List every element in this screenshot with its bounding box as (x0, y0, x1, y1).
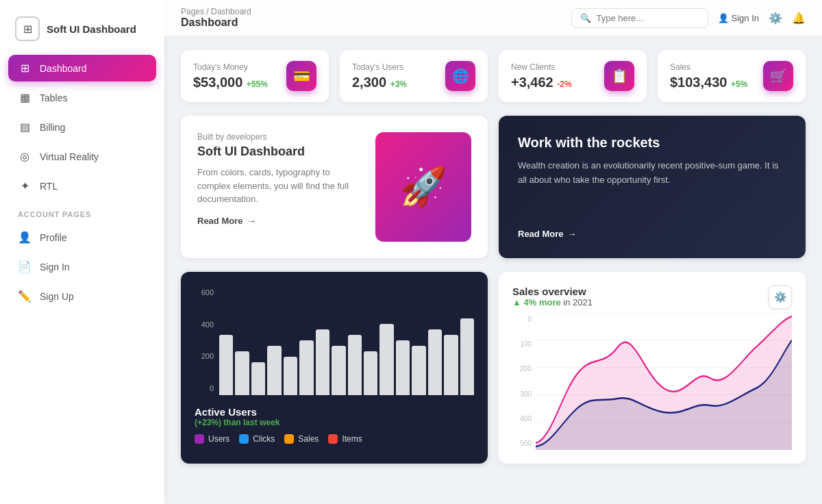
sidebar-item-rtl[interactable]: ✦ RTL (8, 173, 156, 199)
sidebar-item-label: Sign In (40, 262, 70, 273)
sign-in-button[interactable]: 👤 Sign In (718, 13, 759, 23)
promo-text: Built by developers Soft UI Dashboard Fr… (197, 132, 364, 226)
line-chart-svg-container (536, 313, 792, 450)
sign-up-icon: ✏️ (18, 290, 32, 303)
bar-chart-bars (219, 286, 474, 395)
stat-info-sales: Sales $103,430 +5% (670, 62, 747, 90)
bar-10 (379, 324, 393, 395)
stat-value: $103,430 +5% (670, 75, 747, 90)
sidebar-item-billing[interactable]: ▤ Billing (8, 114, 156, 140)
billing-icon: ▤ (18, 121, 32, 134)
notifications-icon[interactable]: 🔔 (792, 12, 806, 25)
rocket-read-more[interactable]: Read More → (518, 229, 786, 239)
legend-label: Sales (298, 434, 319, 444)
content-area: Today's Money $53,000 +55% 💳 Today's Use… (164, 36, 822, 504)
stat-change: -2% (557, 79, 571, 89)
app-name: Soft UI Dashboard (47, 23, 136, 35)
sidebar-item-sign-in[interactable]: 📄 Sign In (8, 253, 156, 280)
stat-info-users: Today's Users 2,300 +3% (352, 62, 407, 90)
arrow-icon: → (567, 229, 576, 239)
bar-4 (284, 357, 297, 395)
y-label-400: 400 (195, 320, 214, 329)
bar-1 (235, 351, 249, 395)
promo-title: Soft UI Dashboard (197, 144, 364, 159)
sidebar-item-label: Virtual Reality (40, 151, 99, 162)
search-box[interactable]: 🔍 (571, 8, 708, 28)
chart-title: Active Users (195, 406, 474, 418)
sidebar-item-virtual-reality[interactable]: ◎ Virtual Reality (8, 143, 156, 170)
sidebar-item-dashboard[interactable]: ⊞ Dashboard (8, 55, 156, 81)
stat-value: 2,300 +3% (352, 75, 407, 90)
tables-icon: ▦ (18, 91, 32, 104)
page-title: Dashboard (181, 16, 251, 29)
stat-card-money: Today's Money $53,000 +55% 💳 (181, 50, 329, 102)
sales-y-labels: 500 400 300 200 100 0 (512, 313, 532, 450)
sidebar-item-label: Billing (40, 122, 65, 133)
bar-5 (299, 340, 313, 395)
y-label-200: 200 (195, 352, 214, 360)
stat-card-sales: Sales $103,430 +5% 🛒 (658, 50, 806, 102)
sales-settings-button[interactable]: ⚙️ (769, 286, 792, 309)
promo-desc: From colors, cards, typography to comple… (197, 166, 364, 206)
bar-2 (251, 362, 265, 395)
legend-users: Users (195, 434, 229, 444)
sidebar-logo: ⊞ Soft UI Dashboard (8, 11, 156, 52)
stat-label: Sales (670, 62, 747, 72)
chart-subtitle: (+23%) than last week (195, 418, 474, 427)
bar-13 (428, 329, 442, 395)
sidebar-item-label: RTL (40, 181, 58, 192)
vr-icon: ◎ (18, 150, 32, 163)
bar-7 (332, 346, 345, 395)
promo-rocket-image: 🚀 (375, 132, 471, 242)
promo-read-more[interactable]: Read More → (197, 216, 364, 226)
legend-dot-sales (284, 434, 294, 444)
sales-header: Sales overview ▲ 4% more in 2021 ⚙️ (512, 286, 792, 309)
stat-change: +5% (731, 79, 747, 89)
sidebar-item-tables[interactable]: ▦ Tables (8, 84, 156, 111)
rocket-desc: Wealth creation is an evolutionarily rec… (518, 159, 786, 188)
promo-subtitle: Built by developers (197, 132, 364, 142)
y-label-600: 600 (195, 288, 214, 297)
line-chart-svg (536, 313, 792, 450)
rocket-title: Work with the rockets (518, 135, 786, 151)
chart-legend: Users Clicks Sales Items (195, 434, 474, 444)
stat-icon-money: 💳 (286, 61, 316, 91)
sales-subtitle: ▲ 4% more in 2021 (512, 297, 593, 307)
bar-chart-body: 0 200 400 600 (195, 286, 474, 395)
search-input[interactable] (597, 13, 699, 23)
sales-chart-card: Sales overview ▲ 4% more in 2021 ⚙️ 500 … (499, 272, 806, 464)
rtl-icon: ✦ (18, 179, 32, 192)
sign-in-icon: 📄 (18, 260, 32, 273)
legend-sales: Sales (284, 434, 319, 444)
stat-icon-clients: 📋 (604, 61, 634, 91)
legend-dot-users (195, 434, 204, 444)
dashboard-icon: ⊞ (18, 62, 32, 75)
topbar: Pages / Dashboard Dashboard 🔍 👤 Sign In … (164, 0, 822, 36)
legend-label: Items (342, 434, 362, 444)
sales-title-area: Sales overview ▲ 4% more in 2021 (512, 286, 593, 309)
logo-icon: ⊞ (15, 16, 40, 41)
topbar-right: 🔍 👤 Sign In ⚙️ 🔔 (571, 8, 806, 28)
sales-title: Sales overview (512, 286, 593, 297)
search-icon: 🔍 (580, 13, 591, 23)
settings-icon[interactable]: ⚙️ (769, 12, 782, 25)
breadcrumb-path: Pages / Dashboard (181, 7, 251, 16)
profile-icon: 👤 (18, 231, 32, 244)
stat-label: Today's Money (193, 62, 268, 72)
bar-3 (267, 346, 281, 395)
stat-info-clients: New Clients +3,462 -2% (511, 62, 572, 90)
user-icon: 👤 (718, 13, 729, 23)
stat-label: Today's Users (352, 62, 407, 72)
legend-clicks: Clicks (239, 434, 275, 444)
stat-icon-sales: 🛒 (763, 61, 793, 91)
y-label-0: 0 (195, 384, 214, 392)
arrow-icon: → (247, 216, 256, 226)
sidebar-item-sign-up[interactable]: ✏️ Sign Up (8, 283, 156, 310)
stat-label: New Clients (511, 62, 572, 72)
legend-items: Items (328, 434, 362, 444)
sales-chart-body: 500 400 300 200 100 0 (512, 313, 792, 450)
bar-0 (219, 335, 233, 395)
stat-change: +3% (390, 79, 407, 89)
sidebar-item-profile[interactable]: 👤 Profile (8, 224, 156, 251)
stat-value: +3,462 -2% (511, 75, 572, 90)
